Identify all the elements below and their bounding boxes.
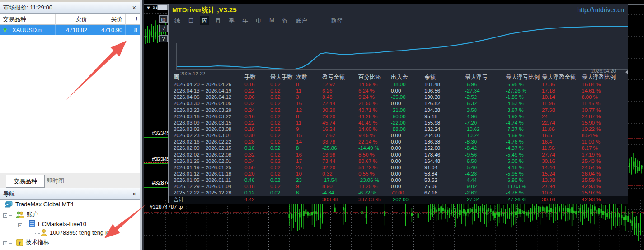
table-cell: 10 <box>296 171 322 177</box>
tree-item-server[interactable]: ECMarkets-Live10 <box>29 220 86 227</box>
table-cell: 16 <box>296 100 322 106</box>
market-watch-title: 市场报价: 11:29:00 <box>3 4 52 11</box>
table-cell: 76.06 <box>424 183 465 190</box>
tab-tick-chart[interactable]: 即时图 <box>47 175 64 188</box>
menu-item-账户[interactable]: 账户 <box>294 16 309 25</box>
table-cell: 0.02 <box>270 158 296 164</box>
table-cell: 21.50 % <box>358 100 391 106</box>
table-cell: -4.74 % <box>506 120 542 126</box>
table-cell: 104.38 <box>424 107 465 113</box>
mtdriver-url-link[interactable]: http://mtdriver.cn <box>578 6 624 14</box>
mt4-window: 市场报价: 11:29:00 × 交易品种 卖价 买价 ! XAUUSD.n 4… <box>0 0 644 250</box>
tree-item-accounts[interactable]: 账户 <box>16 210 38 218</box>
total-cell: -202.00 <box>391 196 424 204</box>
total-cell: 30.16 <box>542 196 582 204</box>
table-cell: 12 <box>296 107 322 113</box>
menu-item-路径[interactable]: 路径 <box>330 16 344 25</box>
table-cell: -8.30 <box>465 139 506 145</box>
stats-col-header: 百分比% <box>358 74 391 81</box>
collapse-expander[interactable]: - <box>3 213 7 218</box>
tree-label: 技术指标 <box>26 238 49 246</box>
help-button[interactable]: ? <box>159 35 168 42</box>
stats-col-header: 最大浮盈比例 <box>582 74 628 81</box>
stats-col-header: 出入金 <box>391 74 424 81</box>
tree-item-broker[interactable]: TradeMax Global MT4 <box>5 201 74 208</box>
navigator-titlebar: 导航 × <box>0 188 140 200</box>
table-row: 2026.01.26 ~ 2026.02.010.340.021773.4480… <box>169 158 628 164</box>
menu-item-月[interactable]: 月 <box>214 16 222 25</box>
symbol-name: XAUUSD.n <box>9 25 44 35</box>
table-cell: 16.24 <box>322 126 358 132</box>
menu-item-巾[interactable]: 巾 <box>254 16 263 25</box>
close-icon[interactable]: × <box>132 188 136 200</box>
tab-symbols[interactable]: 交易品种 <box>6 175 45 188</box>
table-cell: 11.96 <box>542 100 582 106</box>
table-cell: 30.77 % <box>582 107 628 113</box>
menu-item-综[interactable]: 综 <box>173 16 182 25</box>
table-cell: -5.49 % <box>506 152 542 158</box>
table-cell: -9.56 <box>465 152 506 158</box>
table-cell: 0.02 <box>270 177 296 183</box>
table-cell: 30.20 <box>322 107 358 113</box>
col-ask[interactable]: 买价 <box>90 14 126 25</box>
col-spread[interactable]: ! <box>126 14 140 25</box>
indicator-button[interactable]: ▨ <box>159 15 168 23</box>
table-cell: 15.90 % <box>582 120 628 126</box>
table-cell: 13.98 <box>322 152 358 158</box>
table-cell: 2026.01.12 ~ 2026.01.18 <box>174 171 244 177</box>
navigator-tree: TradeMax Global MT4 - 账户 - <box>0 200 140 250</box>
table-cell: -9.02 <box>465 183 506 190</box>
table-cell: -10.62 <box>465 126 506 132</box>
table-cell: 40.71 % <box>358 107 391 113</box>
mtdriver-menu: 综日周月季年巾M备账户路径 <box>173 16 344 25</box>
table-cell: -14.49 % <box>358 145 391 151</box>
market-watch-empty-area <box>0 35 140 173</box>
panel-splitter[interactable] <box>140 0 144 250</box>
stats-table-header: 周手数最大手数次数盈亏金额百分比%出入金余额最大浮亏最大浮亏比例最大浮盈金额最大… <box>169 74 628 81</box>
table-cell: 58.52 <box>424 177 465 183</box>
table-cell: 164.48 <box>424 158 465 164</box>
menu-item-周[interactable]: 周 <box>200 16 209 25</box>
col-symbol[interactable]: 交易品种 <box>0 14 56 25</box>
table-cell: 0.00 <box>391 171 424 177</box>
table-cell: 0.02 <box>270 132 296 139</box>
minimize-button[interactable]: — <box>157 5 168 10</box>
table-cell: 27.74 <box>542 152 582 158</box>
server-icon <box>29 220 35 227</box>
menu-item-备[interactable]: 备 <box>281 16 289 25</box>
table-cell: 8.48 <box>322 94 358 100</box>
mt4-platform-icon <box>5 201 13 208</box>
close-icon[interactable]: × <box>132 2 136 14</box>
equity-end-date: 2026.04.20 <box>591 68 616 74</box>
navigator-title: 导航 <box>3 190 15 197</box>
table-cell: 0.02 <box>270 164 296 171</box>
tree-item-account-number[interactable]: 10078395: teng teng ke <box>41 229 112 236</box>
table-cell: -27.34 <box>465 88 506 94</box>
menu-item-年[interactable]: 年 <box>241 16 249 25</box>
table-cell: 23 <box>296 177 322 183</box>
ask-value: 4710.90 <box>90 25 126 35</box>
table-cell: 27.94 <box>542 183 582 190</box>
table-cell: -6.90 % <box>506 177 542 183</box>
expand-expander[interactable]: + <box>3 241 7 245</box>
tree-label: TradeMax Global MT4 <box>15 201 74 208</box>
total-cell: 42.93 % <box>582 196 628 204</box>
table-cell: 0.02 <box>270 113 296 120</box>
menu-item-M[interactable]: M <box>268 16 276 25</box>
table-cell: 0.22 <box>244 120 270 126</box>
market-watch-row-xauusd[interactable]: XAUUSD.n 4710.82 4710.90 8 <box>0 25 140 35</box>
table-cell: 0.34 <box>244 158 270 164</box>
table-cell: 24.54 % <box>582 164 628 171</box>
table-row: 2025.12.29 ~ 2026.01.040.180.0298.9013.2… <box>169 183 628 190</box>
check-button[interactable]: √ <box>159 25 168 32</box>
menu-item-季[interactable]: 季 <box>227 16 236 25</box>
table-cell: 2026.01.19 ~ 2026.01.25 <box>174 164 244 171</box>
table-cell: 10.14 <box>542 94 582 100</box>
table-cell: 11.46 % <box>582 100 628 106</box>
table-cell: -88.00 <box>391 126 424 132</box>
collapse-expander[interactable]: - <box>18 223 22 227</box>
col-bid[interactable]: 卖价 <box>56 14 90 25</box>
tree-item-indicators[interactable]: f 技术指标 <box>16 238 49 246</box>
menu-item-日[interactable]: 日 <box>187 16 195 25</box>
equity-curve-chart <box>176 25 629 71</box>
